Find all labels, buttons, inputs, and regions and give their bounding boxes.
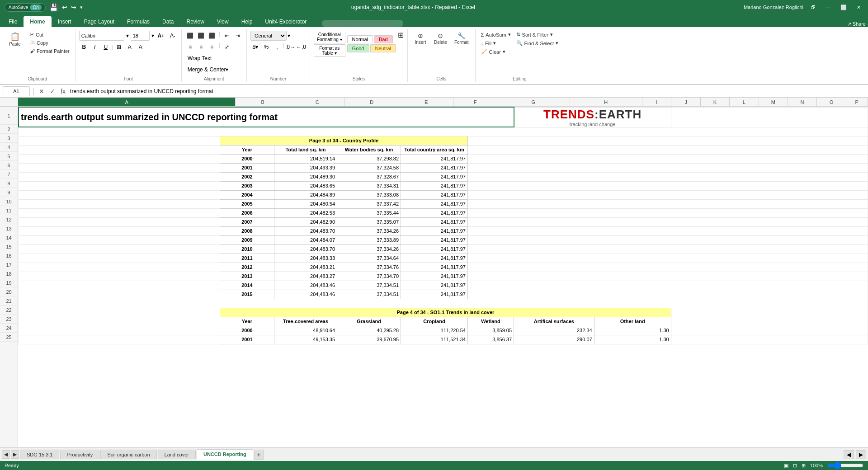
align-middle-left[interactable]: ≡ <box>185 42 195 52</box>
align-middle-right[interactable]: ≡ <box>207 42 217 52</box>
cell-F17[interactable] <box>467 263 868 272</box>
col-header-N[interactable]: N <box>788 98 817 106</box>
cell-F25[interactable]: 3,856.37 <box>467 335 514 344</box>
font-name-input[interactable] <box>79 31 124 41</box>
cell-E10[interactable]: 241,817.97 <box>401 199 468 208</box>
cell-D8[interactable]: 37,334.31 <box>337 181 401 190</box>
cell-F23[interactable]: Wetland <box>467 317 514 326</box>
maximize-btn[interactable]: ⬜ <box>838 4 849 11</box>
cell-D10[interactable]: 37,337.42 <box>337 199 401 208</box>
cell-D4[interactable]: Water bodies sq. km <box>337 145 401 154</box>
cell-A9[interactable] <box>19 190 220 199</box>
col-header-D[interactable]: D <box>344 98 399 106</box>
cell-B13[interactable]: 2008 <box>220 226 274 235</box>
cell-F3[interactable] <box>467 136 868 145</box>
cell-C6[interactable]: 204,493.39 <box>274 163 337 172</box>
autosave-toggle[interactable]: AutoSave On <box>5 3 46 12</box>
row-num-20[interactable]: 20 <box>0 287 18 296</box>
cell-F12[interactable] <box>467 217 868 226</box>
align-top-center[interactable]: ⬛ <box>196 31 206 41</box>
cell-B11[interactable]: 2006 <box>220 208 274 217</box>
col-header-E[interactable]: E <box>399 98 454 106</box>
cell-F19[interactable] <box>467 281 868 290</box>
align-top-right[interactable]: ⬛ <box>207 31 217 41</box>
cell-I23[interactable] <box>671 317 868 326</box>
share-icon[interactable]: ↗ Share <box>847 21 866 27</box>
col-header-B[interactable]: B <box>236 98 290 106</box>
cell-B19[interactable]: 2014 <box>220 281 274 290</box>
cell-H23[interactable]: Other land <box>594 317 671 326</box>
cell-A23[interactable] <box>19 317 220 326</box>
cell-B17[interactable]: 2012 <box>220 263 274 272</box>
cell-F14[interactable] <box>467 235 868 244</box>
decrease-font-size[interactable]: A- <box>168 31 178 41</box>
row-num-8[interactable]: 8 <box>0 179 18 188</box>
cell-B16[interactable]: 2011 <box>220 254 274 263</box>
cell-C10[interactable]: 204,480.54 <box>274 199 337 208</box>
cell-D20[interactable]: 37,334.51 <box>337 290 401 299</box>
cell-D13[interactable]: 37,334.26 <box>337 226 401 235</box>
cell-E18[interactable]: 241,817.97 <box>401 272 468 281</box>
cell-B4[interactable]: Year <box>220 145 274 154</box>
cell-A18[interactable] <box>19 272 220 281</box>
cell-C7[interactable]: 204,489.30 <box>274 172 337 181</box>
format-button[interactable]: 🔧 Format <box>452 31 472 47</box>
cell-C11[interactable]: 204,482.53 <box>274 208 337 217</box>
cell-G23[interactable]: Artifical surfaces <box>514 317 594 326</box>
cell-D9[interactable]: 37,333.08 <box>337 190 401 199</box>
cell-A14[interactable] <box>19 235 220 244</box>
row-num-15[interactable]: 15 <box>0 242 18 251</box>
cell-C24[interactable]: 48,910.64 <box>274 326 337 335</box>
cell-A20[interactable] <box>19 290 220 299</box>
bold-button[interactable]: B <box>79 42 89 52</box>
cell-F16[interactable] <box>467 254 868 263</box>
cell-I24[interactable] <box>671 326 868 335</box>
cell-D7[interactable]: 37,328.67 <box>337 172 401 181</box>
cell-E11[interactable]: 241,817.97 <box>401 208 468 217</box>
formula-input[interactable] <box>70 86 865 96</box>
col-header-L[interactable]: L <box>730 98 759 106</box>
cell-F6[interactable] <box>467 163 868 172</box>
cell-E12[interactable]: 241,817.97 <box>401 217 468 226</box>
cell-H25[interactable]: 1.30 <box>594 335 671 344</box>
sheet-tab-land-cover[interactable]: Land cover <box>158 450 196 459</box>
cell-A22[interactable] <box>19 308 220 317</box>
cell-D12[interactable]: 37,335.07 <box>337 217 401 226</box>
cell-F18[interactable] <box>467 272 868 281</box>
row21[interactable] <box>19 299 868 308</box>
scroll-left-btn[interactable]: ◀ <box>844 450 854 459</box>
align-top-left[interactable]: ⬛ <box>185 31 195 41</box>
cell-C25[interactable]: 49,153.35 <box>274 335 337 344</box>
cell-D14[interactable]: 37,333.89 <box>337 235 401 244</box>
cell-B22-so1[interactable]: Page 4 of 34 - SO1-1 Trends in land cove… <box>220 308 671 317</box>
cell-B14[interactable]: 2009 <box>220 235 274 244</box>
minimize-btn[interactable]: — <box>823 4 833 11</box>
cell-A19[interactable] <box>19 281 220 290</box>
sheet-tab-unccd[interactable]: UNCCD Reporting <box>197 449 253 460</box>
cell-F7[interactable] <box>467 172 868 181</box>
col-header-I[interactable]: I <box>642 98 671 106</box>
cell-C16[interactable]: 204,483.33 <box>274 254 337 263</box>
wrap-text-button[interactable]: Wrap Text <box>185 53 214 63</box>
row-num-16[interactable]: 16 <box>0 251 18 260</box>
cell-F4[interactable] <box>467 145 868 154</box>
cell-A6[interactable] <box>19 163 220 172</box>
cell-F24[interactable]: 3,859.05 <box>467 326 514 335</box>
cell-C13[interactable]: 204,483.70 <box>274 226 337 235</box>
cell-C17[interactable]: 204,483.21 <box>274 263 337 272</box>
cell-D15[interactable]: 37,334.26 <box>337 244 401 254</box>
cell-A11[interactable] <box>19 208 220 217</box>
row-num-21[interactable]: 21 <box>0 296 18 306</box>
tab-view[interactable]: View <box>211 16 235 27</box>
style-normal[interactable]: Normal <box>347 35 373 43</box>
cell-A12[interactable] <box>19 217 220 226</box>
cell-E19[interactable]: 241,817.97 <box>401 281 468 290</box>
insert-function-icon[interactable]: fx <box>59 87 67 96</box>
autosum-button[interactable]: Σ AutoSum ▾ <box>479 31 513 38</box>
increase-decimal[interactable]: ←.0 <box>296 42 306 52</box>
view-normal-btn[interactable]: ▣ <box>784 463 788 469</box>
cell-A10[interactable] <box>19 199 220 208</box>
tab-page-layout[interactable]: Page Layout <box>78 16 121 27</box>
cell-A3[interactable] <box>19 136 220 145</box>
increase-font-size[interactable]: A+ <box>156 31 166 41</box>
